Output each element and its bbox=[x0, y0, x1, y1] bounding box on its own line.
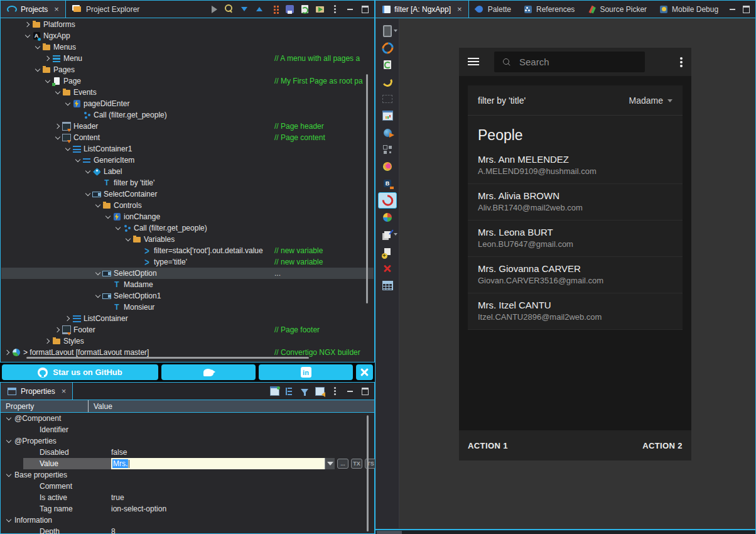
tree-node[interactable]: Monsieur bbox=[1, 302, 374, 313]
expand-arrow-icon[interactable] bbox=[94, 292, 102, 300]
browserstack-icon[interactable] bbox=[378, 175, 397, 192]
maximize-icon[interactable] bbox=[739, 3, 753, 16]
property-value-cell[interactable]: 8 8 ... TX TS SC bbox=[111, 526, 374, 534]
link-editor-icon[interactable] bbox=[267, 3, 281, 16]
promo-close-button[interactable] bbox=[356, 364, 373, 380]
tab-projects[interactable]: Projects × bbox=[1, 1, 66, 18]
properties-vertical-scrollbar[interactable] bbox=[367, 415, 369, 531]
grid-icon[interactable] bbox=[378, 277, 397, 293]
tree-node[interactable]: Events bbox=[1, 87, 374, 98]
property-row[interactable]: Identifier ... TX TS bbox=[1, 424, 374, 435]
tree-horizontal-scrollbar[interactable] bbox=[26, 357, 309, 359]
expand-arrow-icon[interactable] bbox=[34, 43, 41, 51]
save-all-icon[interactable] bbox=[283, 3, 296, 16]
expand-arrow-icon[interactable] bbox=[134, 258, 142, 266]
stats-window-icon[interactable] bbox=[378, 107, 397, 124]
sync-icon[interactable] bbox=[378, 40, 397, 56]
property-row[interactable]: @Properties ... TX TS bbox=[1, 435, 374, 447]
action1-button[interactable]: ACTION 1 bbox=[468, 441, 508, 450]
expand-arrow-icon[interactable] bbox=[6, 438, 12, 444]
column-property[interactable]: Property bbox=[1, 400, 89, 412]
tree-node[interactable]: SelectOption ... bbox=[1, 268, 374, 279]
tree-node[interactable]: SelectOption1 bbox=[1, 290, 374, 302]
expand-arrow-icon[interactable] bbox=[6, 517, 12, 523]
refresh-icon[interactable] bbox=[298, 3, 311, 16]
hamburger-menu-icon[interactable] bbox=[468, 58, 479, 66]
close-icon[interactable]: × bbox=[54, 4, 59, 14]
tab-project-explorer[interactable]: Project Explorer × bbox=[66, 1, 146, 18]
property-value-cell[interactable]: ... TX TS SC bbox=[91, 435, 374, 447]
filter-select[interactable]: Madame bbox=[629, 95, 672, 106]
property-value-cell[interactable]: ... TX TS SC bbox=[91, 469, 374, 481]
tab-palette[interactable]: Palette × bbox=[469, 1, 517, 18]
close-icon[interactable]: × bbox=[457, 4, 462, 14]
expand-arrow-icon[interactable] bbox=[64, 315, 72, 322]
property-row[interactable]: @Component ... TX TS bbox=[1, 413, 374, 424]
person-list-item[interactable]: Mrs. Giovanna CARVER Giovan.CARVER3516@g… bbox=[468, 257, 683, 293]
tree-node[interactable]: Menus bbox=[1, 41, 374, 53]
kebab-menu-icon[interactable] bbox=[680, 61, 683, 63]
import-icon[interactable] bbox=[313, 3, 327, 16]
maximize-icon[interactable] bbox=[358, 3, 372, 16]
expand-arrow-icon[interactable] bbox=[84, 190, 92, 198]
person-list-item[interactable]: Mrs. Ann MELENDEZ A.MELEND9109@hushmail.… bbox=[468, 148, 683, 184]
search-icon[interactable] bbox=[222, 3, 236, 16]
expand-arrow-icon[interactable] bbox=[84, 168, 92, 175]
property-value-cell[interactable]: ... TX TS SC bbox=[111, 424, 374, 435]
person-list-item[interactable]: Mrs. Alivia BROWN Aliv.BR1740@mail2web.c… bbox=[468, 184, 683, 221]
tree-node[interactable]: SelectContainer bbox=[1, 188, 374, 200]
edit-style-icon[interactable] bbox=[378, 226, 397, 242]
show-categories-icon[interactable] bbox=[283, 384, 296, 398]
move-down-icon[interactable] bbox=[237, 3, 251, 16]
expand-arrow-icon[interactable] bbox=[54, 134, 62, 141]
tree-node[interactable]: Platforms bbox=[1, 19, 374, 30]
property-value-cell[interactable]: ... TX TS SC bbox=[111, 481, 374, 492]
expand-arrow-icon[interactable] bbox=[6, 472, 12, 478]
pin-view-icon[interactable] bbox=[267, 384, 281, 398]
move-up-icon[interactable] bbox=[252, 3, 266, 16]
expand-arrow-icon[interactable] bbox=[64, 100, 72, 107]
github-star-button[interactable]: Star us on GitHub bbox=[2, 364, 158, 380]
filter-icon[interactable] bbox=[298, 384, 311, 398]
reset-build-icon[interactable] bbox=[378, 192, 397, 209]
tree-node[interactable]: filter=stack['root'].out.detail.value //… bbox=[1, 245, 374, 256]
expand-arrow-icon[interactable] bbox=[4, 349, 11, 356]
tree-node[interactable]: GenericItem bbox=[1, 155, 374, 166]
expand-arrow-icon[interactable] bbox=[94, 202, 102, 209]
tab-references[interactable]: References × bbox=[517, 1, 581, 18]
tree-node[interactable]: Content // Page content bbox=[1, 132, 374, 143]
property-row[interactable]: Is active true true ... TX TS bbox=[1, 492, 374, 503]
expand-arrow-icon[interactable] bbox=[134, 247, 142, 254]
close-icon[interactable]: × bbox=[62, 386, 67, 396]
tab-filter-editor[interactable]: filter [A: NgxApp] × bbox=[375, 1, 469, 18]
tree-node[interactable]: ListContainer1 bbox=[1, 143, 374, 155]
property-value-cell[interactable]: Mrs. Mrs. ... TX TS SC bbox=[111, 458, 391, 469]
expand-arrow-icon[interactable] bbox=[104, 303, 112, 311]
view-menu-icon[interactable] bbox=[328, 384, 342, 398]
expand-arrow-icon[interactable] bbox=[104, 281, 112, 288]
add-style-icon[interactable] bbox=[378, 243, 397, 259]
expand-arrow-icon[interactable] bbox=[74, 111, 82, 119]
theme-icon[interactable] bbox=[378, 209, 397, 226]
expand-arrow-icon[interactable] bbox=[74, 156, 82, 164]
minimize-icon[interactable] bbox=[725, 3, 739, 16]
expand-arrow-icon[interactable] bbox=[6, 415, 12, 422]
expand-arrow-icon[interactable] bbox=[34, 66, 41, 74]
expand-arrow-icon[interactable] bbox=[94, 179, 102, 187]
tree-node[interactable]: Variables bbox=[1, 234, 374, 245]
expand-arrow-icon[interactable] bbox=[104, 213, 112, 221]
tab-source-picker[interactable]: Source Picker × bbox=[581, 1, 653, 18]
phone-search-field[interactable]: Search bbox=[494, 52, 645, 72]
ellipsis-button[interactable]: ... bbox=[337, 459, 348, 469]
tree-node[interactable]: Call (filter.get_people) bbox=[1, 109, 374, 121]
tree-node[interactable]: Controls bbox=[1, 200, 374, 211]
maximize-icon[interactable] bbox=[358, 384, 372, 398]
property-value-cell[interactable]: false false ... TX TS SC bbox=[111, 447, 374, 458]
reload-icon[interactable] bbox=[378, 57, 397, 73]
dropdown-arrow-button[interactable] bbox=[325, 458, 335, 469]
property-value-cell[interactable]: ion-select-option ion-select-option ... … bbox=[111, 503, 374, 515]
tree-node[interactable]: type='title' // new variable bbox=[1, 256, 374, 268]
property-value-cell[interactable]: ... TX TS SC bbox=[91, 413, 374, 424]
linkedin-button[interactable]: in bbox=[259, 364, 353, 380]
property-row[interactable]: Disabled false false ... TX TS bbox=[1, 447, 374, 458]
